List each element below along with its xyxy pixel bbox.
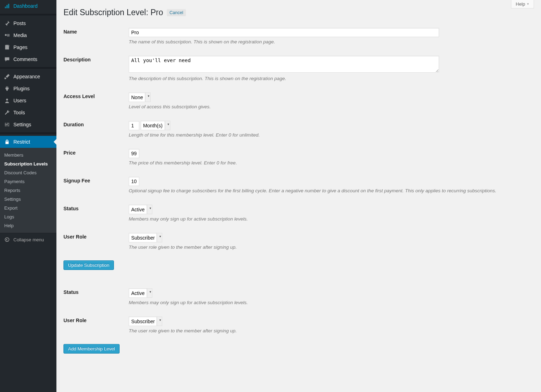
- price-label: Price: [63, 145, 129, 173]
- wrench-icon: [4, 109, 11, 116]
- comments-icon: [4, 56, 11, 63]
- admin-sidebar: Dashboard Posts Media Pages Comments App…: [0, 0, 56, 392]
- media-icon: [4, 32, 11, 39]
- price-desc: The price of this membership level. Ente…: [129, 160, 530, 165]
- sidebar-item-tools[interactable]: Tools: [0, 107, 56, 119]
- submenu-reports[interactable]: Reports: [0, 186, 56, 195]
- sidebar-item-label: Tools: [13, 110, 25, 115]
- duration-desc: Length of time for this membership level…: [129, 132, 530, 138]
- chevron-down-icon: ▼: [527, 2, 529, 6]
- signup-fee-input[interactable]: [129, 177, 139, 186]
- brush-icon: [4, 73, 11, 80]
- duration-unit-select[interactable]: Month(s): [141, 121, 170, 130]
- status2-select[interactable]: Active: [129, 288, 152, 298]
- access-level-desc: Level of access this subscription gives.: [129, 104, 530, 109]
- sidebar-item-media[interactable]: Media: [0, 29, 56, 41]
- user-icon: [4, 97, 11, 104]
- submenu-export[interactable]: Export: [0, 204, 56, 212]
- help-label: Help: [516, 1, 525, 7]
- menu-separator: [0, 67, 56, 69]
- status-select[interactable]: Active: [129, 205, 152, 214]
- svg-point-0: [5, 34, 7, 36]
- user-role-desc: The user role given to the member after …: [129, 245, 530, 250]
- price-input[interactable]: [129, 149, 139, 158]
- collapse-menu[interactable]: Collapse menu: [0, 233, 56, 246]
- signup-fee-label: Signup Fee: [63, 173, 129, 200]
- sidebar-submenu: Members Subscription Levels Discount Cod…: [0, 148, 56, 233]
- sidebar-item-appearance[interactable]: Appearance: [0, 71, 56, 83]
- cancel-button[interactable]: Cancel: [167, 9, 186, 16]
- name-desc: The name of this subscription. This is s…: [129, 39, 530, 44]
- user-role-label: User Role: [63, 229, 129, 257]
- submenu-settings[interactable]: Settings: [0, 195, 56, 204]
- edit-form: Name The name of this subscription. This…: [63, 24, 534, 257]
- access-level-select[interactable]: None: [129, 92, 151, 102]
- sidebar-item-pages[interactable]: Pages: [0, 41, 56, 53]
- submenu-help[interactable]: Help: [0, 221, 56, 230]
- sidebar-item-label: Restrict: [13, 139, 30, 145]
- description-input[interactable]: All you'll ever need: [129, 56, 439, 73]
- sidebar-item-users[interactable]: Users: [0, 95, 56, 107]
- collapse-icon: [4, 236, 11, 243]
- submenu-payments[interactable]: Payments: [0, 177, 56, 186]
- user-role2-desc: The user role given to the member after …: [129, 328, 530, 333]
- menu-separator: [0, 14, 56, 16]
- sidebar-item-settings[interactable]: Settings: [0, 119, 56, 131]
- user-role-select[interactable]: Subscriber: [129, 233, 162, 242]
- sidebar-item-posts[interactable]: Posts: [0, 17, 56, 29]
- svg-point-1: [6, 99, 8, 101]
- page-title: Edit Subscription Level: Pro Cancel: [63, 8, 534, 17]
- svg-point-2: [5, 237, 9, 241]
- sliders-icon: [4, 121, 11, 128]
- sidebar-item-plugins[interactable]: Plugins: [0, 83, 56, 95]
- update-subscription-button[interactable]: Update Subscription: [63, 260, 114, 270]
- submenu-members[interactable]: Members: [0, 151, 56, 159]
- name-input[interactable]: [129, 28, 439, 37]
- dashboard-icon: [4, 2, 11, 10]
- menu-separator: [0, 132, 56, 134]
- sidebar-item-label: Appearance: [13, 74, 40, 79]
- sidebar-item-label: Media: [13, 32, 27, 38]
- sidebar-item-dashboard[interactable]: Dashboard: [0, 0, 56, 12]
- plug-icon: [4, 85, 11, 92]
- duration-input[interactable]: [129, 121, 139, 130]
- sidebar-item-label: Posts: [13, 20, 26, 26]
- access-level-label: Access Level: [63, 88, 129, 116]
- status-label: Status: [63, 200, 129, 229]
- sidebar-item-label: Users: [13, 98, 26, 103]
- description-desc: The description of this subscription. Th…: [129, 76, 530, 81]
- status2-label: Status: [63, 284, 129, 312]
- signup-fee-desc: Optional signup fee to charge subscriber…: [129, 188, 530, 193]
- pin-icon: [4, 20, 11, 27]
- pages-icon: [4, 44, 11, 51]
- sidebar-item-restrict[interactable]: Restrict: [0, 136, 56, 148]
- duration-label: Duration: [63, 116, 129, 145]
- status-desc: Members may only sign up for active subs…: [129, 216, 530, 222]
- submenu-logs[interactable]: Logs: [0, 212, 56, 221]
- help-tab[interactable]: Help ▼: [511, 0, 534, 8]
- title-text: Edit Subscription Level: Pro: [63, 8, 163, 17]
- main-content: Help ▼ Edit Subscription Level: Pro Canc…: [56, 0, 541, 392]
- user-role2-label: User Role: [63, 312, 129, 340]
- secondary-form: Status Active Members may only sign up f…: [63, 284, 534, 340]
- add-membership-level-button[interactable]: Add Membership Level: [63, 344, 120, 354]
- lock-icon: [4, 138, 11, 145]
- submenu-subscription-levels[interactable]: Subscription Levels: [0, 159, 56, 168]
- sidebar-item-comments[interactable]: Comments: [0, 53, 56, 65]
- sidebar-item-label: Pages: [13, 44, 28, 50]
- status2-desc: Members may only sign up for active subs…: [129, 300, 530, 305]
- sidebar-item-label: Plugins: [13, 86, 30, 91]
- submenu-discount-codes[interactable]: Discount Codes: [0, 168, 56, 177]
- sidebar-item-label: Settings: [13, 122, 31, 127]
- sidebar-item-label: Dashboard: [13, 3, 38, 9]
- user-role2-select[interactable]: Subscriber: [129, 316, 162, 326]
- collapse-label: Collapse menu: [13, 237, 44, 242]
- sidebar-item-label: Comments: [13, 56, 37, 62]
- description-label: Description: [63, 52, 129, 88]
- name-label: Name: [63, 24, 129, 52]
